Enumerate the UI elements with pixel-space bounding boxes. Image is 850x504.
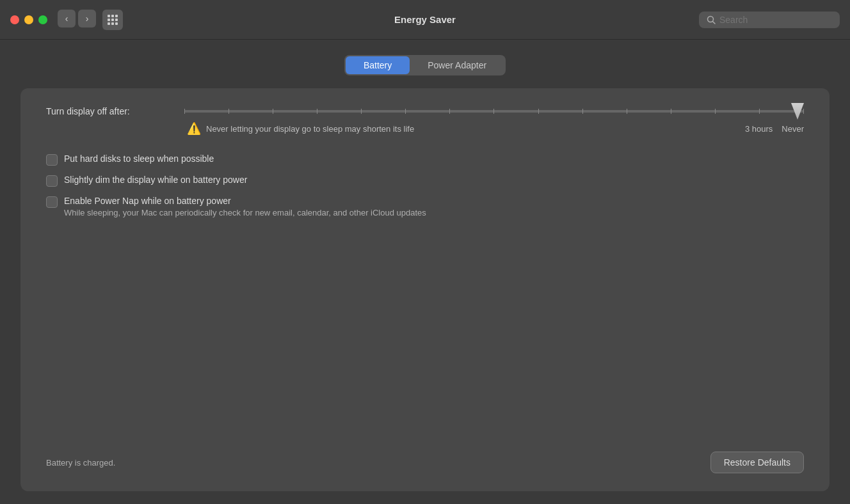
search-bar <box>699 12 840 28</box>
checkbox-label-power-nap: Enable Power Nap while on battery power <box>64 196 426 206</box>
slider-track-container <box>184 110 804 113</box>
checkbox-power-nap[interactable] <box>46 196 58 208</box>
traffic-lights <box>10 15 47 24</box>
svg-line-1 <box>713 21 716 24</box>
restore-defaults-button[interactable]: Restore Defaults <box>710 452 804 473</box>
tick <box>803 109 804 114</box>
slider-label-3hours: 3 hours <box>745 124 773 134</box>
bottom-bar: Battery is charged. Restore Defaults <box>46 441 804 473</box>
slider-track <box>184 110 804 113</box>
slider-label-never: Never <box>782 124 804 134</box>
tick <box>627 109 627 114</box>
tick <box>449 109 450 114</box>
titlebar: ‹ › Energy Saver <box>0 0 850 40</box>
chevron-right-icon: › <box>86 13 89 24</box>
settings-panel: Turn display off after: <box>20 88 830 491</box>
grid-icon <box>108 15 118 25</box>
checkbox-section: Put hard disks to sleep when possible Sl… <box>46 154 804 217</box>
tick <box>273 109 273 114</box>
tick <box>582 109 583 114</box>
status-text: Battery is charged. <box>46 458 115 468</box>
slider-ticks <box>184 110 804 113</box>
tick <box>538 109 539 114</box>
chevron-left-icon: ‹ <box>65 13 68 24</box>
warning-row: ⚠️ Never letting your display go to slee… <box>187 122 804 136</box>
tab-power-adapter[interactable]: Power Adapter <box>410 56 504 74</box>
tick <box>361 109 362 114</box>
forward-button[interactable]: › <box>78 10 96 28</box>
tick <box>317 109 317 114</box>
main-content: Battery Power Adapter Turn display off a… <box>0 40 850 504</box>
list-item: Slightly dim the display while on batter… <box>46 175 804 187</box>
grid-view-button[interactable] <box>102 10 123 30</box>
tick <box>759 109 760 114</box>
tabs-container: Battery Power Adapter <box>20 55 830 75</box>
tick <box>184 109 185 114</box>
fullscreen-button[interactable] <box>38 15 47 24</box>
warning-text: Never letting your display go to sleep m… <box>206 124 740 134</box>
back-button[interactable]: ‹ <box>58 10 76 28</box>
list-item: Enable Power Nap while on battery power … <box>46 196 804 217</box>
slider-label: Turn display off after: <box>46 106 174 116</box>
tick <box>493 109 494 114</box>
tabs-wrapper: Battery Power Adapter <box>344 55 506 75</box>
warning-icon: ⚠️ <box>187 122 201 136</box>
tick <box>671 109 671 114</box>
checkbox-hard-disks[interactable] <box>46 154 58 166</box>
search-input[interactable] <box>719 15 832 25</box>
checkbox-label-hard-disks: Put hard disks to sleep when possible <box>64 154 214 164</box>
search-icon <box>707 15 716 24</box>
tick <box>715 109 716 114</box>
nav-buttons: ‹ › <box>58 10 123 30</box>
window-title: Energy Saver <box>394 14 456 25</box>
slider-row: Turn display off after: <box>46 106 804 116</box>
checkbox-dim-display[interactable] <box>46 175 58 187</box>
minimize-button[interactable] <box>24 15 33 24</box>
checkbox-sublabel-power-nap: While sleeping, your Mac can periodicall… <box>64 208 426 217</box>
checkbox-label-dim-display: Slightly dim the display while on batter… <box>64 175 247 185</box>
list-item: Put hard disks to sleep when possible <box>46 154 804 166</box>
close-button[interactable] <box>10 15 19 24</box>
tick <box>229 109 229 114</box>
tab-battery[interactable]: Battery <box>346 56 410 74</box>
tick <box>405 109 406 114</box>
